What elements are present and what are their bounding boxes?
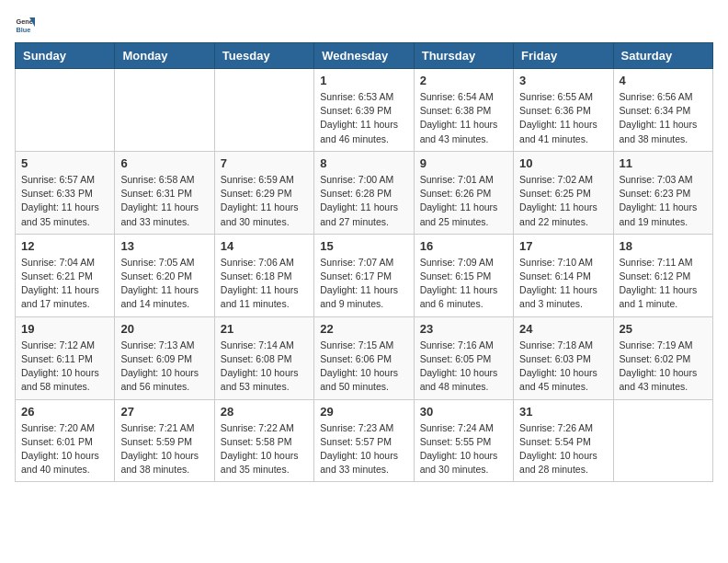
day-info: Sunrise: 7:14 AM Sunset: 6:08 PM Dayligh… — [221, 339, 308, 395]
day-number: 19 — [21, 322, 108, 336]
day-number: 8 — [320, 156, 407, 170]
day-number: 3 — [519, 74, 607, 87]
day-info: Sunrise: 6:55 AM Sunset: 6:36 PM Dayligh… — [519, 90, 607, 146]
day-number: 29 — [320, 405, 407, 419]
day-info: Sunrise: 7:24 AM Sunset: 5:55 PM Dayligh… — [420, 421, 507, 477]
calendar-cell: 29Sunrise: 7:23 AM Sunset: 5:57 PM Dayli… — [314, 399, 414, 482]
calendar-cell: 16Sunrise: 7:09 AM Sunset: 6:15 PM Dayli… — [414, 234, 513, 316]
calendar-week-row: 5Sunrise: 6:57 AM Sunset: 6:33 PM Daylig… — [16, 151, 713, 234]
day-info: Sunrise: 7:23 AM Sunset: 5:57 PM Dayligh… — [320, 421, 407, 477]
day-info: Sunrise: 7:06 AM Sunset: 6:18 PM Dayligh… — [221, 256, 308, 312]
calendar-table: SundayMondayTuesdayWednesdayThursdayFrid… — [15, 42, 713, 482]
calendar-cell: 14Sunrise: 7:06 AM Sunset: 6:18 PM Dayli… — [214, 234, 313, 316]
day-number: 31 — [519, 405, 607, 419]
calendar-cell: 24Sunrise: 7:18 AM Sunset: 6:03 PM Dayli… — [514, 316, 613, 399]
day-info: Sunrise: 7:22 AM Sunset: 5:58 PM Dayligh… — [221, 421, 308, 477]
calendar-week-row: 12Sunrise: 7:04 AM Sunset: 6:21 PM Dayli… — [16, 234, 713, 316]
day-info: Sunrise: 6:53 AM Sunset: 6:39 PM Dayligh… — [320, 90, 407, 146]
calendar-cell: 17Sunrise: 7:10 AM Sunset: 6:14 PM Dayli… — [514, 234, 613, 316]
day-number: 27 — [120, 405, 208, 419]
column-header-tuesday: Tuesday — [214, 43, 313, 69]
calendar-cell: 8Sunrise: 7:00 AM Sunset: 6:28 PM Daylig… — [314, 151, 414, 234]
svg-text:Blue: Blue — [16, 26, 30, 34]
calendar-cell — [214, 69, 313, 152]
calendar-cell: 19Sunrise: 7:12 AM Sunset: 6:11 PM Dayli… — [16, 316, 115, 399]
day-number: 15 — [320, 239, 407, 253]
day-number: 22 — [320, 322, 407, 336]
day-info: Sunrise: 7:00 AM Sunset: 6:28 PM Dayligh… — [320, 173, 407, 229]
day-info: Sunrise: 7:15 AM Sunset: 6:06 PM Dayligh… — [320, 339, 407, 395]
day-info: Sunrise: 7:19 AM Sunset: 6:02 PM Dayligh… — [620, 339, 707, 395]
calendar-cell: 22Sunrise: 7:15 AM Sunset: 6:06 PM Dayli… — [314, 316, 414, 399]
day-number: 9 — [420, 156, 507, 170]
day-number: 2 — [420, 74, 507, 87]
calendar-week-row: 1Sunrise: 6:53 AM Sunset: 6:39 PM Daylig… — [16, 69, 713, 152]
day-number: 11 — [620, 156, 707, 170]
calendar-cell: 6Sunrise: 6:58 AM Sunset: 6:31 PM Daylig… — [115, 151, 214, 234]
column-header-saturday: Saturday — [613, 43, 712, 69]
calendar-cell: 20Sunrise: 7:13 AM Sunset: 6:09 PM Dayli… — [115, 316, 214, 399]
day-number: 14 — [221, 239, 308, 253]
calendar-cell: 2Sunrise: 6:54 AM Sunset: 6:38 PM Daylig… — [414, 69, 513, 152]
column-header-monday: Monday — [115, 43, 214, 69]
day-number: 23 — [420, 322, 507, 336]
day-info: Sunrise: 7:16 AM Sunset: 6:05 PM Dayligh… — [420, 339, 507, 395]
calendar-cell: 26Sunrise: 7:20 AM Sunset: 6:01 PM Dayli… — [16, 399, 115, 482]
day-info: Sunrise: 7:20 AM Sunset: 6:01 PM Dayligh… — [21, 421, 108, 477]
calendar-cell: 30Sunrise: 7:24 AM Sunset: 5:55 PM Dayli… — [414, 399, 513, 482]
day-number: 26 — [21, 405, 108, 419]
day-info: Sunrise: 6:59 AM Sunset: 6:29 PM Dayligh… — [221, 173, 308, 229]
day-info: Sunrise: 7:02 AM Sunset: 6:25 PM Dayligh… — [519, 173, 607, 229]
calendar-header-row: SundayMondayTuesdayWednesdayThursdayFrid… — [16, 43, 713, 69]
logo-icon: General Blue — [15, 15, 35, 35]
day-info: Sunrise: 7:03 AM Sunset: 6:23 PM Dayligh… — [620, 173, 707, 229]
day-number: 5 — [21, 156, 108, 170]
calendar-cell: 27Sunrise: 7:21 AM Sunset: 5:59 PM Dayli… — [115, 399, 214, 482]
day-number: 17 — [519, 239, 607, 253]
calendar-cell: 23Sunrise: 7:16 AM Sunset: 6:05 PM Dayli… — [414, 316, 513, 399]
day-number: 6 — [120, 156, 208, 170]
calendar-cell: 3Sunrise: 6:55 AM Sunset: 6:36 PM Daylig… — [514, 69, 613, 152]
calendar-cell: 28Sunrise: 7:22 AM Sunset: 5:58 PM Dayli… — [214, 399, 313, 482]
calendar-cell — [115, 69, 214, 152]
calendar-cell: 25Sunrise: 7:19 AM Sunset: 6:02 PM Dayli… — [613, 316, 712, 399]
day-info: Sunrise: 7:05 AM Sunset: 6:20 PM Dayligh… — [120, 256, 208, 312]
day-number: 12 — [21, 239, 108, 253]
calendar-cell: 4Sunrise: 6:56 AM Sunset: 6:34 PM Daylig… — [613, 69, 712, 152]
calendar-cell — [613, 399, 712, 482]
day-number: 21 — [221, 322, 308, 336]
calendar-cell — [16, 69, 115, 152]
calendar-cell: 12Sunrise: 7:04 AM Sunset: 6:21 PM Dayli… — [16, 234, 115, 316]
day-info: Sunrise: 7:04 AM Sunset: 6:21 PM Dayligh… — [21, 256, 108, 312]
calendar-cell: 15Sunrise: 7:07 AM Sunset: 6:17 PM Dayli… — [314, 234, 414, 316]
day-number: 16 — [420, 239, 507, 253]
day-info: Sunrise: 6:58 AM Sunset: 6:31 PM Dayligh… — [120, 173, 208, 229]
day-number: 18 — [620, 239, 707, 253]
day-number: 4 — [620, 74, 707, 87]
day-number: 20 — [120, 322, 208, 336]
calendar-cell: 7Sunrise: 6:59 AM Sunset: 6:29 PM Daylig… — [214, 151, 313, 234]
day-number: 13 — [120, 239, 208, 253]
day-info: Sunrise: 7:18 AM Sunset: 6:03 PM Dayligh… — [519, 339, 607, 395]
calendar-week-row: 26Sunrise: 7:20 AM Sunset: 6:01 PM Dayli… — [16, 399, 713, 482]
day-number: 1 — [320, 74, 407, 87]
calendar-cell: 13Sunrise: 7:05 AM Sunset: 6:20 PM Dayli… — [115, 234, 214, 316]
day-info: Sunrise: 7:01 AM Sunset: 6:26 PM Dayligh… — [420, 173, 507, 229]
day-number: 30 — [420, 405, 507, 419]
day-info: Sunrise: 7:11 AM Sunset: 6:12 PM Dayligh… — [620, 256, 707, 312]
calendar-cell: 1Sunrise: 6:53 AM Sunset: 6:39 PM Daylig… — [314, 69, 414, 152]
day-info: Sunrise: 7:12 AM Sunset: 6:11 PM Dayligh… — [21, 339, 108, 395]
day-info: Sunrise: 7:13 AM Sunset: 6:09 PM Dayligh… — [120, 339, 208, 395]
day-info: Sunrise: 6:57 AM Sunset: 6:33 PM Dayligh… — [21, 173, 108, 229]
calendar-cell: 21Sunrise: 7:14 AM Sunset: 6:08 PM Dayli… — [214, 316, 313, 399]
day-number: 28 — [221, 405, 308, 419]
day-info: Sunrise: 7:10 AM Sunset: 6:14 PM Dayligh… — [519, 256, 607, 312]
day-number: 25 — [620, 322, 707, 336]
calendar-cell: 9Sunrise: 7:01 AM Sunset: 6:26 PM Daylig… — [414, 151, 513, 234]
day-number: 24 — [519, 322, 607, 336]
column-header-sunday: Sunday — [16, 43, 115, 69]
calendar-week-row: 19Sunrise: 7:12 AM Sunset: 6:11 PM Dayli… — [16, 316, 713, 399]
calendar-cell: 11Sunrise: 7:03 AM Sunset: 6:23 PM Dayli… — [613, 151, 712, 234]
page-header: General Blue — [15, 15, 713, 35]
logo: General Blue — [15, 15, 39, 35]
